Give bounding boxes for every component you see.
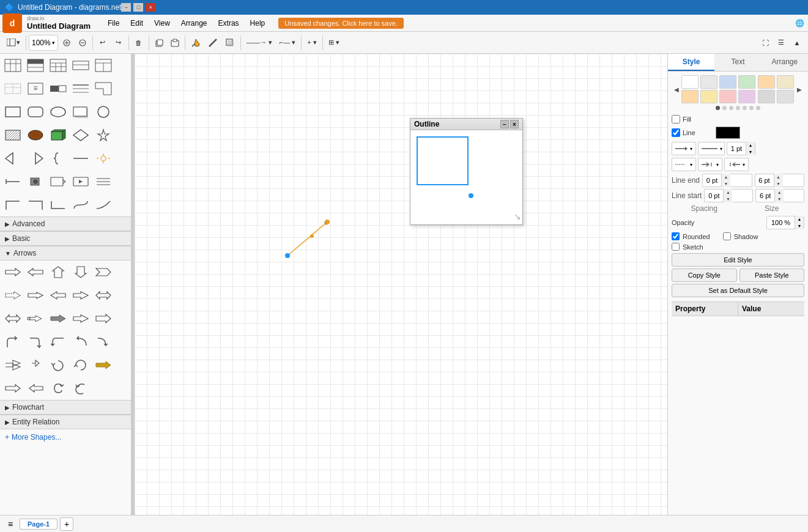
save-button[interactable]: Unsaved changes. Click here to save. — [278, 18, 404, 29]
color-swatch-lightgreen[interactable] — [738, 75, 755, 89]
menu-file[interactable]: File — [103, 18, 124, 29]
line-start-size-input[interactable] — [756, 192, 774, 199]
menu-help[interactable]: Help — [245, 18, 270, 29]
shape-3d[interactable] — [48, 126, 69, 144]
arrow-simple-right[interactable] — [2, 379, 23, 397]
arrow-small[interactable] — [25, 286, 46, 305]
outline-close-button[interactable]: × — [510, 120, 519, 128]
delete-button[interactable]: 🗑 — [132, 35, 146, 51]
color-swatch-lightorange[interactable] — [758, 75, 775, 89]
menu-edit[interactable]: Edit — [125, 18, 148, 29]
fill-color-button[interactable] — [188, 35, 204, 51]
add-page-button[interactable]: + — [60, 517, 73, 531]
shape-rounded-rect[interactable] — [25, 103, 46, 121]
line-width-spinbox[interactable]: ▲ ▼ — [727, 142, 755, 155]
color-swatch-yellow[interactable] — [700, 90, 717, 103]
line-start-pt-input[interactable] — [705, 192, 723, 199]
format-button[interactable]: ☰ — [774, 35, 788, 51]
arrow-double[interactable] — [93, 286, 114, 305]
zoom-out-button[interactable] — [75, 35, 90, 51]
line-end-pt-input[interactable] — [703, 177, 721, 184]
line-dash-style-dropdown[interactable]: ▾ — [698, 142, 725, 155]
spinbox-down-button[interactable]: ▼ — [746, 149, 755, 155]
section-arrows[interactable]: ▼ Arrows — [0, 246, 131, 260]
arrow-right2[interactable] — [70, 286, 91, 305]
line-start-style-dropdown[interactable]: ▾ — [672, 142, 696, 155]
outline-minimize-button[interactable]: − — [500, 120, 509, 128]
shape-cell[interactable] — [48, 56, 69, 75]
line-end-arrow-dropdown[interactable]: ▾ — [698, 158, 722, 171]
color-swatch-lightblue[interactable] — [719, 75, 736, 89]
palette-dot-1[interactable] — [716, 106, 720, 110]
arrow-split[interactable] — [2, 356, 23, 374]
globe-icon[interactable]: 🌐 — [793, 17, 806, 29]
shape-gear1[interactable] — [93, 149, 114, 168]
color-swatch-gray[interactable] — [758, 90, 775, 103]
spinbox-down-button[interactable]: ▼ — [795, 223, 804, 229]
arrow-chevron[interactable] — [93, 263, 114, 281]
sketch-checkbox[interactable] — [672, 243, 680, 251]
section-basic[interactable]: ▶ Basic — [0, 231, 131, 246]
minimize-button[interactable]: − — [121, 3, 131, 12]
canvas-area[interactable]: Outline − × ↘ — [135, 54, 667, 515]
spinbox-up-button[interactable]: ▲ — [722, 174, 730, 180]
fill-checkbox[interactable] — [672, 115, 680, 124]
arrow-right3[interactable] — [93, 356, 114, 374]
shape-cell[interactable] — [70, 79, 91, 98]
zoom-in-button[interactable] — [59, 35, 74, 51]
color-swatch-lightgray2[interactable] — [777, 90, 794, 103]
spinbox-down-button[interactable]: ▼ — [774, 180, 783, 187]
arrow-circular[interactable] — [48, 356, 69, 374]
arrow-bent-up[interactable] — [2, 333, 23, 351]
arrow-up[interactable] — [48, 263, 69, 281]
palette-dot-6[interactable] — [749, 106, 754, 110]
copy-style-button[interactable]: Copy Style — [672, 268, 737, 282]
shape-rectangle[interactable] — [2, 103, 23, 121]
color-swatch-pink[interactable] — [719, 90, 736, 103]
section-advanced[interactable]: ▶ Advanced — [0, 216, 131, 231]
shape-cell[interactable] — [2, 56, 23, 75]
undo-button[interactable]: ↩ — [95, 35, 110, 51]
edit-style-button[interactable]: Edit Style — [672, 253, 804, 267]
arrow-style-button[interactable]: ——→ ▾ — [243, 35, 275, 51]
shape-brace[interactable] — [48, 149, 69, 168]
color-swatch-orange[interactable] — [681, 90, 699, 103]
line-style-dropdown2[interactable]: ▾ — [672, 158, 696, 171]
collapse-button[interactable]: ▲ — [790, 35, 804, 51]
line-color-button[interactable] — [205, 35, 221, 51]
shape-triangle-left[interactable] — [2, 149, 23, 168]
paste-style-button[interactable]: Paste Style — [739, 268, 805, 282]
waypoint-button[interactable]: ⌐— ▾ — [276, 35, 298, 51]
section-entity-relation[interactable]: ▶ Entity Relation — [0, 415, 131, 429]
spinbox-down-button[interactable]: ▼ — [724, 196, 732, 202]
palette-dot-5[interactable] — [743, 106, 747, 110]
arrow-right[interactable] — [2, 263, 23, 281]
section-flowchart[interactable]: ▶ Flowchart — [0, 400, 131, 415]
color-swatch-lightgray[interactable] — [700, 75, 717, 89]
tab-arrange[interactable]: Arrange — [762, 54, 808, 71]
shape-cell[interactable]: ≡ — [25, 79, 46, 98]
arrow-bent-right[interactable] — [2, 286, 23, 305]
default-style-button[interactable]: Set as Default Style — [672, 284, 804, 297]
outline-resize-icon[interactable]: ↘ — [514, 212, 521, 221]
color-swatch-white[interactable] — [681, 75, 699, 89]
fullscreen-button[interactable]: ⛶ — [758, 35, 773, 51]
paste-button[interactable] — [168, 35, 182, 51]
maximize-button[interactable]: □ — [133, 3, 143, 12]
arrow-curved-right[interactable] — [93, 333, 114, 351]
insert-button[interactable]: + ▾ — [304, 35, 319, 51]
arrow-down[interactable] — [70, 263, 91, 281]
shape-hatched[interactable] — [2, 126, 23, 144]
menu-arrange[interactable]: Arrange — [176, 18, 212, 29]
shape-process[interactable] — [25, 172, 46, 191]
tab-text[interactable]: Text — [714, 54, 761, 71]
shape-cell[interactable] — [48, 79, 69, 98]
palette-dot-2[interactable] — [722, 106, 727, 110]
shape-triangle-right[interactable] — [25, 149, 46, 168]
arrow-curved-left[interactable] — [70, 333, 91, 351]
shape-cell[interactable] — [2, 79, 23, 98]
arrow-outline[interactable] — [70, 309, 91, 328]
arrow-double-h[interactable] — [2, 309, 23, 328]
spinbox-up-button[interactable]: ▲ — [775, 189, 784, 196]
color-swatch-lightyellow[interactable] — [777, 75, 794, 89]
